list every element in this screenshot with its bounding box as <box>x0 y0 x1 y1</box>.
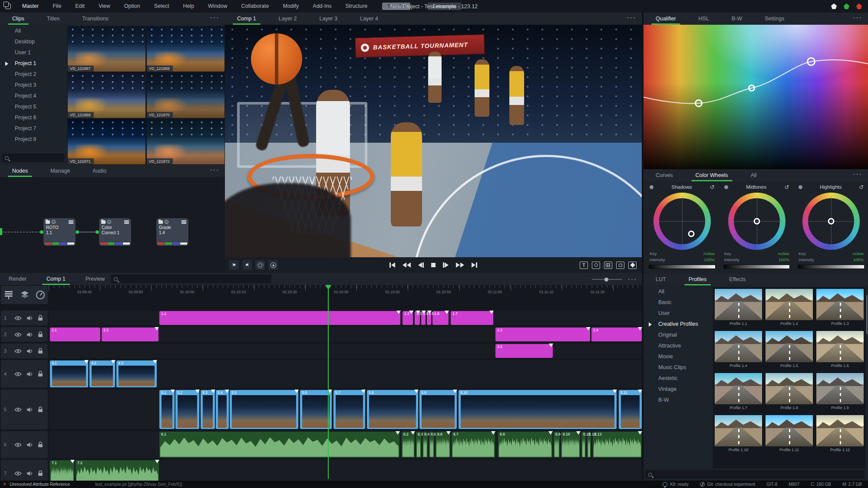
clip-marker-icon[interactable] <box>445 311 449 314</box>
clip-marker-icon[interactable] <box>416 311 420 314</box>
master-gradient-slider[interactable] <box>798 265 865 269</box>
timeline-clip[interactable]: 6.6 <box>436 432 450 458</box>
timeline-clip[interactable]: 2.2 <box>102 328 158 341</box>
visibility-eye-icon[interactable] <box>14 316 22 321</box>
master-gradient-slider[interactable] <box>723 265 790 269</box>
clip-marker-icon[interactable] <box>638 390 642 393</box>
node-graph-canvas[interactable]: sROTO1.1sColorCorrect 1sGrade1.4 <box>0 177 225 273</box>
clip-marker-icon[interactable] <box>446 431 451 435</box>
timeline-tab[interactable]: Comp 1 <box>46 273 66 285</box>
profile-thumbnail[interactable]: Profile 1.9 <box>816 373 864 410</box>
master-gradient-slider[interactable] <box>649 265 716 269</box>
clip-marker-icon[interactable] <box>638 431 642 435</box>
lock-icon[interactable] <box>38 315 43 321</box>
timeline-clip[interactable]: 6.3 <box>416 432 421 458</box>
menu-item[interactable]: Edit <box>68 0 92 13</box>
graph-node[interactable]: sGrade1.4 <box>156 218 188 246</box>
mute-speaker-icon[interactable] <box>26 442 33 448</box>
timeline-clip[interactable]: 1.3 <box>415 311 420 325</box>
skip-end-button[interactable] <box>472 262 477 268</box>
text-safe-icon[interactable]: T <box>580 262 588 269</box>
node-menu-icon[interactable] <box>124 220 129 224</box>
timeline-clip[interactable]: 1.5 <box>427 311 431 325</box>
clip-marker-icon[interactable] <box>153 360 157 364</box>
wheels-tab[interactable]: All <box>751 169 757 181</box>
qualifier-tab[interactable]: Qualifier <box>656 13 676 25</box>
timeline-clip[interactable]: 5.6 <box>300 390 332 429</box>
profile-category-item[interactable]: Aestetic <box>644 373 711 384</box>
timeline-zoom-slider[interactable] <box>592 279 622 280</box>
clip-marker-icon[interactable] <box>411 431 415 435</box>
step-back-button[interactable] <box>418 262 424 268</box>
profiles-search-input[interactable] <box>655 472 828 477</box>
clip-marker-icon[interactable] <box>549 344 553 347</box>
nodes-tab[interactable]: Audio <box>92 165 106 177</box>
timeline-track-lane[interactable]: 5.15.25.35.45.55.65.75.85.95.105.11 <box>49 390 642 429</box>
bypass-dot-icon[interactable] <box>724 185 728 189</box>
gears-icon[interactable] <box>255 260 265 270</box>
profile-thumbnail[interactable]: Profile 1.6 <box>816 331 864 368</box>
play-circle-icon[interactable] <box>268 260 278 270</box>
graph-input-port[interactable] <box>0 228 2 235</box>
timeline-clip[interactable]: 6.2 <box>402 432 415 458</box>
timeline-clip[interactable]: 4.1 <box>50 360 88 387</box>
menu-item[interactable]: Option <box>117 0 147 13</box>
timeline-clip[interactable]: 5.2 <box>175 390 199 429</box>
clip-marker-icon[interactable] <box>548 431 553 435</box>
profile-thumbnail[interactable]: Profile 1.1 <box>715 289 762 326</box>
timeline-clip[interactable]: 6.7 <box>452 432 495 458</box>
lock-icon[interactable] <box>38 331 43 337</box>
clip-marker-icon[interactable] <box>396 431 400 435</box>
extensions-button[interactable]: Extensions <box>428 3 462 10</box>
qualifier-more-icon[interactable]: ··· <box>853 14 863 21</box>
clip-marker-icon[interactable] <box>155 460 159 463</box>
nodes-tab[interactable]: Manage <box>50 165 70 177</box>
clip-thumbnail[interactable]: VD_121869 <box>68 73 145 118</box>
flag-icon[interactable]: ⚑ <box>229 260 239 270</box>
timeline-search[interactable] <box>111 275 271 283</box>
wheels-more-icon[interactable]: ··· <box>853 171 863 177</box>
viewer-tab[interactable]: Layer 4 <box>360 13 378 25</box>
clip-folder-item[interactable]: All <box>0 26 66 36</box>
clip-marker-icon[interactable] <box>427 311 432 314</box>
timeline-clip[interactable]: 4.2 <box>89 360 115 387</box>
profile-thumbnail[interactable]: Profile 1.11 <box>766 415 813 452</box>
timeline-clip[interactable]: 5.9 <box>419 390 457 429</box>
mask-view-icon[interactable] <box>592 262 600 269</box>
timeline-clip[interactable]: 5.1 <box>159 390 175 429</box>
profile-category-item[interactable]: Attractive <box>644 341 711 351</box>
clip-marker-icon[interactable] <box>491 431 495 435</box>
lock-icon[interactable] <box>38 406 43 413</box>
nodes-more-icon[interactable]: ··· <box>210 167 220 173</box>
mute-speaker-icon[interactable] <box>26 371 33 377</box>
timeline-clip[interactable]: 2.4 <box>591 328 642 341</box>
timeline-clip[interactable]: 6.11 <box>581 432 586 458</box>
timeline-more-icon[interactable]: ··· <box>628 276 638 282</box>
clips-search[interactable] <box>2 154 64 162</box>
profile-category-item[interactable]: User <box>644 308 711 319</box>
timeline-clip[interactable]: 6.13 <box>593 432 642 458</box>
timeline-clip[interactable]: 1.7 <box>451 311 493 325</box>
clip-marker-icon[interactable] <box>638 327 642 331</box>
profile-thumbnail[interactable]: Profile 1.8 <box>766 373 813 410</box>
clip-folder-item[interactable]: Desktop <box>0 36 66 47</box>
profile-category-item[interactable]: Original <box>644 330 711 341</box>
tuned-dropdown[interactable]: Tuned <box>382 3 410 10</box>
clip-folder-item[interactable]: Project 8 <box>0 134 66 145</box>
qualifier-tab[interactable]: B-W <box>732 13 742 25</box>
menu-item[interactable]: Collaborate <box>234 0 276 13</box>
loop-diamond-icon[interactable] <box>628 262 637 269</box>
grid-view-icon[interactable] <box>604 262 612 269</box>
profile-category-item[interactable]: Movie <box>644 351 711 362</box>
timeline-track-lane[interactable]: 1.11.21.31.41.51.61.7 <box>49 311 642 325</box>
play-button[interactable] <box>443 262 449 268</box>
clip-thumbnail[interactable]: VD_121868 <box>147 26 224 72</box>
profile-thumbnail[interactable]: Profile 1.10 <box>715 415 762 452</box>
reset-icon[interactable]: ↺ <box>784 184 789 190</box>
visibility-eye-icon[interactable] <box>14 332 22 337</box>
menu-item[interactable]: Master <box>15 0 46 13</box>
viewer-tab[interactable]: Comp 1 <box>237 13 256 25</box>
profile-thumbnail[interactable]: Profile 1.7 <box>715 373 762 410</box>
clip-thumbnail[interactable]: VD_121872 <box>147 119 224 164</box>
timeline-clip[interactable]: 1.4 <box>421 311 426 325</box>
